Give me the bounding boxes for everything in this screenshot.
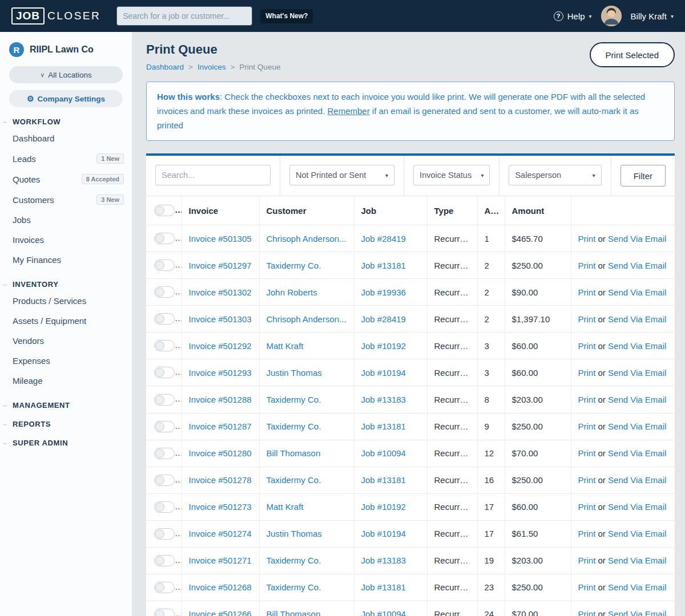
- invoice-status-dropdown[interactable]: Invoice Status ▾: [413, 165, 490, 185]
- sidebar-section-management[interactable]: MANAGEMENT: [0, 401, 132, 410]
- customer-link[interactable]: Taxidermy Co.: [267, 395, 321, 404]
- sidebar-item-dashboard[interactable]: Dashboard: [0, 128, 132, 148]
- customer-link[interactable]: Taxidermy Co.: [267, 261, 321, 270]
- job-link[interactable]: Job #13181: [361, 582, 406, 592]
- customer-link[interactable]: Justin Thomas: [267, 368, 322, 378]
- job-link[interactable]: Job #13183: [361, 556, 406, 565]
- company-settings-button[interactable]: ⚙ Company Settings: [9, 90, 123, 107]
- customer-link[interactable]: John Roberts: [267, 287, 317, 297]
- send-email-link[interactable]: Send Via Email: [608, 395, 666, 404]
- breadcrumb-item-invoices[interactable]: Invoices: [198, 63, 226, 71]
- row-select-toggle[interactable]: [154, 555, 175, 566]
- row-select-toggle[interactable]: [154, 313, 175, 325]
- invoice-link[interactable]: Invoice #501274: [189, 529, 252, 538]
- user-menu[interactable]: Billy Kraft ▾: [631, 11, 674, 21]
- print-link[interactable]: Print: [578, 475, 596, 485]
- whats-new-button[interactable]: What's New?: [260, 9, 313, 23]
- row-select-toggle[interactable]: [154, 609, 175, 616]
- print-link[interactable]: Print: [578, 314, 596, 324]
- print-link[interactable]: Print: [578, 556, 596, 565]
- job-link[interactable]: Job #13181: [361, 422, 406, 431]
- send-email-link[interactable]: Send Via Email: [608, 368, 666, 378]
- customer-link[interactable]: Taxidermy Co.: [267, 556, 321, 565]
- job-link[interactable]: Job #13181: [361, 475, 406, 485]
- job-link[interactable]: Job #28419: [361, 314, 406, 324]
- select-all-toggle[interactable]: [154, 205, 175, 216]
- send-email-link[interactable]: Send Via Email: [608, 261, 666, 270]
- print-link[interactable]: Print: [578, 448, 596, 458]
- invoice-link[interactable]: Invoice #501288: [189, 395, 252, 404]
- job-link[interactable]: Job #13181: [361, 261, 406, 270]
- sidebar-section-workflow[interactable]: WORKFLOW: [0, 117, 132, 126]
- print-link[interactable]: Print: [578, 502, 596, 512]
- locations-dropdown[interactable]: ∨ All Locations: [9, 66, 123, 83]
- print-link[interactable]: Print: [578, 234, 596, 244]
- table-search-input[interactable]: [155, 165, 271, 185]
- invoice-link[interactable]: Invoice #501287: [189, 422, 252, 431]
- row-select-toggle[interactable]: [154, 501, 175, 513]
- row-select-toggle[interactable]: [154, 421, 175, 432]
- filter-button[interactable]: Filter: [620, 165, 666, 187]
- job-link[interactable]: Job #10194: [361, 529, 406, 538]
- job-link[interactable]: Job #10192: [361, 502, 406, 512]
- sidebar-item-mileage[interactable]: Mileage: [0, 371, 132, 391]
- row-select-toggle[interactable]: [154, 582, 175, 593]
- send-email-link[interactable]: Send Via Email: [608, 448, 666, 458]
- row-select-toggle[interactable]: [154, 260, 175, 271]
- sidebar-section-inventory[interactable]: INVENTORY: [0, 280, 132, 289]
- invoice-link[interactable]: Invoice #501280: [189, 448, 252, 458]
- sidebar-item-vendors[interactable]: Vendors: [0, 331, 132, 351]
- invoice-link[interactable]: Invoice #501271: [189, 556, 252, 565]
- sidebar-section-reports[interactable]: REPORTS: [0, 420, 132, 428]
- sidebar-item-jobs[interactable]: Jobs: [0, 210, 132, 230]
- customer-link[interactable]: Matt Kraft: [267, 341, 304, 351]
- invoice-link[interactable]: Invoice #501297: [189, 261, 252, 270]
- customer-link[interactable]: Bill Thomason: [267, 609, 321, 616]
- customer-link[interactable]: Bill Thomason: [267, 448, 321, 458]
- print-link[interactable]: Print: [578, 261, 596, 270]
- send-email-link[interactable]: Send Via Email: [608, 422, 666, 431]
- sidebar-item-invoices[interactable]: Invoices: [0, 230, 132, 250]
- send-email-link[interactable]: Send Via Email: [608, 502, 666, 512]
- send-email-link[interactable]: Send Via Email: [608, 314, 666, 324]
- invoice-link[interactable]: Invoice #501302: [189, 287, 252, 297]
- avatar[interactable]: [601, 6, 622, 26]
- sidebar-item-leads[interactable]: Leads1 New: [0, 148, 132, 169]
- help-menu[interactable]: ? Help ▾: [554, 11, 592, 21]
- row-select-toggle[interactable]: [154, 340, 175, 351]
- print-link[interactable]: Print: [578, 529, 596, 538]
- send-email-link[interactable]: Send Via Email: [608, 287, 666, 297]
- customer-link[interactable]: Chrisoph Anderson...: [267, 314, 346, 324]
- print-selected-button[interactable]: Print Selected: [590, 42, 675, 67]
- send-email-link[interactable]: Send Via Email: [608, 475, 666, 485]
- invoice-link[interactable]: Invoice #501278: [189, 475, 252, 485]
- row-select-toggle[interactable]: [154, 367, 175, 378]
- row-select-toggle[interactable]: [154, 528, 175, 540]
- print-link[interactable]: Print: [578, 582, 596, 592]
- send-email-link[interactable]: Send Via Email: [608, 529, 666, 538]
- customer-link[interactable]: Taxidermy Co.: [267, 475, 321, 485]
- print-link[interactable]: Print: [578, 368, 596, 378]
- invoice-link[interactable]: Invoice #501268: [189, 582, 252, 592]
- row-select-toggle[interactable]: [154, 448, 175, 459]
- sidebar-item-my-finances[interactable]: My Finances: [0, 250, 132, 270]
- customer-link[interactable]: Justin Thomas: [267, 529, 322, 538]
- global-search-input[interactable]: [116, 6, 252, 26]
- print-link[interactable]: Print: [578, 422, 596, 431]
- invoice-link[interactable]: Invoice #501292: [189, 341, 252, 351]
- send-email-link[interactable]: Send Via Email: [608, 582, 666, 592]
- job-link[interactable]: Job #10194: [361, 368, 406, 378]
- print-link[interactable]: Print: [578, 609, 596, 616]
- job-link[interactable]: Job #13183: [361, 395, 406, 404]
- invoice-link[interactable]: Invoice #501266: [189, 609, 252, 616]
- customer-link[interactable]: Taxidermy Co.: [267, 422, 321, 431]
- invoice-link[interactable]: Invoice #501303: [189, 314, 252, 324]
- customer-link[interactable]: Taxidermy Co.: [267, 582, 321, 592]
- job-link[interactable]: Job #10192: [361, 341, 406, 351]
- row-select-toggle[interactable]: [154, 394, 175, 406]
- sidebar-item-products-services[interactable]: Products / Services: [0, 291, 132, 311]
- print-link[interactable]: Print: [578, 287, 596, 297]
- salesperson-dropdown[interactable]: Salesperson ▾: [509, 165, 601, 185]
- row-select-toggle[interactable]: [154, 475, 175, 486]
- invoice-link[interactable]: Invoice #501305: [189, 234, 252, 244]
